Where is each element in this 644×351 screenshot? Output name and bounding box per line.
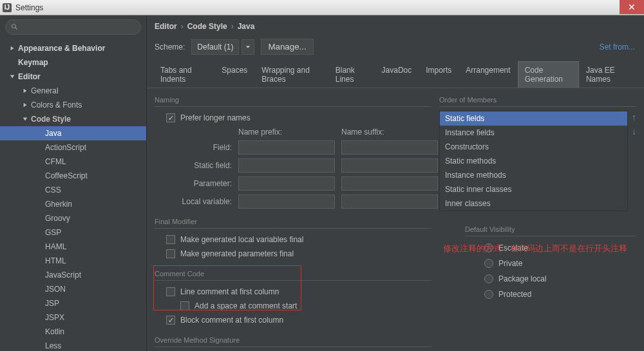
sidebar: Appearance & BehaviorKeymapEditorGeneral… bbox=[0, 15, 147, 351]
visibility-radio[interactable] bbox=[484, 290, 493, 299]
sidebar-item-general[interactable]: General bbox=[0, 84, 146, 98]
suffix-input[interactable] bbox=[341, 158, 438, 173]
annotation-text: 修改注释的方式，在代码边上而不是在行开头注释 bbox=[443, 243, 627, 254]
sidebar-item-actionscript[interactable]: ActionScript bbox=[0, 140, 146, 155]
order-title: Order of Members bbox=[439, 93, 636, 107]
app-icon: IJ bbox=[3, 3, 12, 12]
sidebar-item-java[interactable]: Java bbox=[0, 126, 146, 140]
block-comment-first-col-checkbox[interactable] bbox=[166, 316, 175, 325]
tab-java-ee-names[interactable]: Java EE Names bbox=[579, 61, 638, 88]
search-icon bbox=[11, 23, 19, 31]
tab-code-generation[interactable]: Code Generation bbox=[518, 61, 579, 88]
suffix-input[interactable] bbox=[341, 140, 438, 155]
order-item[interactable]: Static methods bbox=[440, 154, 627, 168]
svg-line-1 bbox=[15, 28, 17, 30]
search-input[interactable] bbox=[5, 19, 141, 35]
prefix-input[interactable] bbox=[238, 158, 335, 173]
sidebar-item-cfml[interactable]: CFML bbox=[0, 155, 146, 169]
sidebar-item-jspx[interactable]: JSPX bbox=[0, 310, 146, 325]
sidebar-item-colors-fonts[interactable]: Colors & Fonts bbox=[0, 98, 146, 112]
tab-blank-lines[interactable]: Blank Lines bbox=[328, 61, 375, 88]
order-item[interactable]: Instance methods bbox=[440, 168, 627, 182]
move-up-button[interactable]: ↑ bbox=[632, 112, 636, 122]
tab-javadoc[interactable]: JavaDoc bbox=[375, 61, 419, 88]
chevron-down-icon bbox=[245, 44, 251, 50]
close-icon: ✕ bbox=[628, 2, 636, 12]
window-title: Settings bbox=[15, 3, 43, 12]
order-item[interactable]: Static fields bbox=[440, 111, 627, 126]
sidebar-item-html[interactable]: HTML bbox=[0, 254, 146, 268]
sidebar-item-appearance-behavior[interactable]: Appearance & Behavior bbox=[0, 41, 146, 55]
scheme-select[interactable]: Default (1) bbox=[191, 39, 239, 55]
sidebar-item-haml[interactable]: HAML bbox=[0, 240, 146, 254]
sidebar-item-groovy[interactable]: Groovy bbox=[0, 211, 146, 225]
sidebar-item-javascript[interactable]: JavaScript bbox=[0, 268, 146, 282]
params-final-checkbox[interactable] bbox=[166, 249, 175, 258]
prefix-input[interactable] bbox=[238, 176, 335, 191]
override-title: Override Method Signature bbox=[155, 334, 431, 347]
sidebar-item-keymap[interactable]: Keymap bbox=[0, 55, 146, 70]
scheme-dropdown-button[interactable] bbox=[242, 39, 254, 55]
tab-arrangement[interactable]: Arrangement bbox=[459, 61, 517, 88]
order-item[interactable]: Instance fields bbox=[440, 126, 627, 140]
visibility-radio[interactable] bbox=[484, 274, 493, 283]
naming-title: Naming bbox=[155, 93, 431, 107]
sidebar-item-less[interactable]: Less bbox=[0, 339, 146, 351]
set-from-link[interactable]: Set from... bbox=[600, 43, 635, 52]
order-item[interactable]: Static inner classes bbox=[440, 182, 627, 196]
move-down-button[interactable]: ↓ bbox=[632, 126, 636, 137]
titlebar: IJ Settings ✕ bbox=[0, 0, 644, 15]
scheme-label: Scheme: bbox=[155, 43, 185, 52]
order-item[interactable]: Inner classes bbox=[440, 196, 627, 211]
visibility-title: Default Visibility bbox=[465, 223, 636, 236]
tab-wrapping-and-braces[interactable]: Wrapping and Braces bbox=[254, 61, 328, 88]
manage-button[interactable]: Manage... bbox=[261, 39, 313, 55]
tabs: Tabs and IndentsSpacesWrapping and Brace… bbox=[147, 61, 644, 88]
sidebar-item-kotlin[interactable]: Kotlin bbox=[0, 325, 146, 339]
sidebar-item-code-style[interactable]: Code Style bbox=[0, 112, 146, 126]
add-space-comment-checkbox[interactable] bbox=[180, 301, 189, 310]
sidebar-item-gherkin[interactable]: Gherkin bbox=[0, 197, 146, 211]
local-vars-final-checkbox[interactable] bbox=[166, 235, 175, 244]
visibility-radio[interactable] bbox=[484, 259, 493, 268]
sidebar-item-json[interactable]: JSON bbox=[0, 282, 146, 296]
settings-tree: Appearance & BehaviorKeymapEditorGeneral… bbox=[0, 39, 146, 351]
sidebar-item-css[interactable]: CSS bbox=[0, 183, 146, 197]
main-panel: Editor› Code Style› Java Scheme: Default… bbox=[147, 15, 644, 351]
comment-code-title: Comment Code bbox=[155, 267, 431, 281]
prefix-input[interactable] bbox=[238, 140, 335, 155]
sidebar-item-coffeescript[interactable]: CoffeeScript bbox=[0, 169, 146, 183]
sidebar-item-gsp[interactable]: GSP bbox=[0, 225, 146, 240]
sidebar-item-jsp[interactable]: JSP bbox=[0, 296, 146, 310]
suffix-input[interactable] bbox=[341, 194, 438, 209]
close-button[interactable]: ✕ bbox=[620, 0, 644, 14]
final-modifier-title: Final Modifier bbox=[155, 215, 431, 229]
breadcrumb: Editor› Code Style› Java bbox=[147, 15, 644, 35]
prefix-input[interactable] bbox=[238, 194, 335, 209]
suffix-input[interactable] bbox=[341, 176, 438, 191]
order-list[interactable]: Static fieldsInstance fieldsConstructors… bbox=[439, 111, 628, 211]
sidebar-item-editor[interactable]: Editor bbox=[0, 70, 146, 84]
line-comment-first-col-checkbox[interactable] bbox=[166, 287, 175, 296]
prefer-longer-names-label: Prefer longer names bbox=[180, 113, 251, 122]
tab-imports[interactable]: Imports bbox=[419, 61, 459, 88]
tab-tabs-and-indents[interactable]: Tabs and Indents bbox=[153, 61, 214, 88]
tab-spaces[interactable]: Spaces bbox=[214, 61, 254, 88]
svg-point-0 bbox=[12, 24, 16, 28]
prefer-longer-names-checkbox[interactable] bbox=[166, 113, 175, 122]
order-item[interactable]: Constructors bbox=[440, 140, 627, 154]
